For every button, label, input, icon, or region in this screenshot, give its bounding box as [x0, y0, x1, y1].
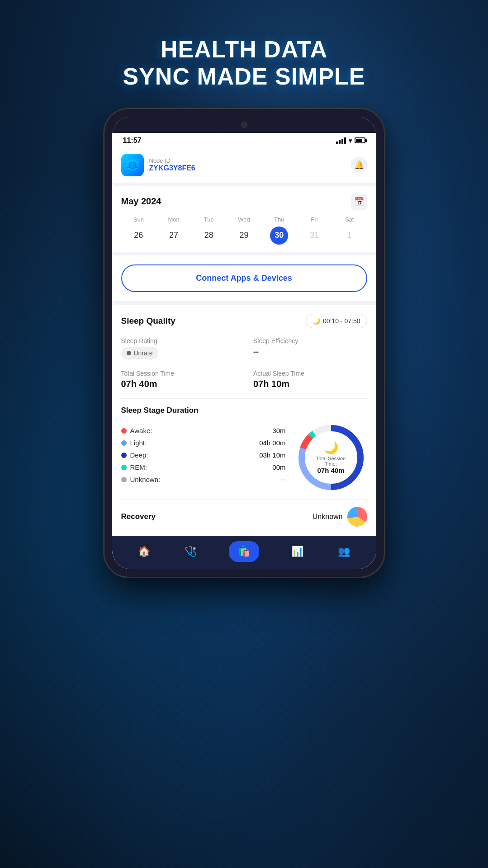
home-icon: 🏠: [138, 546, 150, 557]
hero-section: HEALTH DATA SYNC MADE SIMPLE: [123, 36, 365, 90]
sleep-rating-badge[interactable]: Unrate: [121, 347, 158, 359]
stage-list: Awake: 30m Light: 04h 00m Deep:: [121, 427, 286, 488]
nav-item-stats[interactable]: 📊: [289, 544, 305, 559]
day-header-sun: Sun: [121, 216, 156, 226]
donut-center: 🌙 Total Session Time: 07h 40m: [313, 441, 349, 474]
sleep-card: Sleep Quality 🌙 00:10 - 07:50 Sleep Rati…: [112, 305, 376, 536]
calendar-picker-icon[interactable]: 📅: [351, 193, 367, 210]
calendar-day-27[interactable]: 27: [156, 226, 191, 245]
session-time-label: Total Session Time: [121, 370, 244, 377]
notification-bell-icon[interactable]: 🔔: [351, 157, 367, 173]
session-time-value: 07h 40m: [121, 379, 244, 389]
app-logo: [121, 154, 144, 176]
nav-item-users[interactable]: 👥: [336, 544, 352, 559]
sleep-header: Sleep Quality 🌙 00:10 - 07:50: [121, 314, 367, 328]
unknown-dot: [121, 477, 127, 482]
day-header-thu: Thu: [261, 216, 297, 226]
recovery-text: Unknown: [313, 513, 343, 521]
bottom-nav: 🏠 🩺 🛍️ 📊: [112, 536, 376, 569]
calendar-days: Sun Mon Tue Wed Thu Fri Sat 26 27 28 29 …: [121, 216, 367, 245]
donut-label: Total Session Time:: [313, 456, 349, 467]
recovery-row: Recovery Unknown: [121, 499, 367, 527]
actual-sleep-item: Actual Sleep Time 07h 10m: [244, 368, 367, 391]
app-header: Node ID ZYKG3Y8FE6 🔔: [112, 147, 376, 183]
actual-sleep-value: 07h 10m: [253, 379, 367, 389]
moon-icon: 🌙: [313, 317, 320, 325]
nav-item-shop[interactable]: 🛍️: [229, 541, 259, 562]
notch-cutout: [217, 118, 271, 131]
day-header-fri: Fri: [297, 216, 332, 226]
calendar-day-29[interactable]: 29: [227, 226, 262, 245]
hero-title: HEALTH DATA SYNC MADE SIMPLE: [123, 36, 365, 90]
sleep-efficiency-item: Sleep Efficiency --: [244, 335, 367, 361]
status-time: 11:57: [123, 137, 142, 145]
svg-line-6: [136, 167, 138, 168]
phone-notch: [112, 117, 376, 133]
battery-icon: [355, 137, 365, 143]
node-id: ZYKG3Y8FE6: [149, 164, 195, 172]
sleep-stage-title: Sleep Stage Duration: [121, 406, 367, 415]
recovery-label: Recovery: [121, 512, 156, 521]
stage-unknown: Unknown: --: [121, 476, 286, 483]
sleep-quality-title: Sleep Quality: [121, 316, 175, 326]
calendar-section: May 2024 📅 Sun Mon Tue Wed Thu Fri Sat 2…: [112, 186, 376, 252]
sleep-rating-label: Sleep Rating: [121, 337, 244, 344]
rating-dot: [127, 351, 131, 355]
calendar-day-26[interactable]: 26: [121, 226, 156, 245]
stage-awake: Awake: 30m: [121, 427, 286, 434]
health-icon: 🩺: [185, 546, 197, 557]
nav-item-home[interactable]: 🏠: [136, 544, 152, 559]
calendar-day-30-today[interactable]: 30: [270, 226, 288, 245]
awake-dot: [121, 428, 127, 434]
sleep-stage-section: Sleep Stage Duration Awake: 30m Light:: [121, 398, 367, 494]
stage-rem: REM: 00m: [121, 463, 286, 471]
session-time-item: Total Session Time 07h 40m: [121, 368, 244, 391]
day-header-wed: Wed: [227, 216, 262, 226]
calendar-day-28[interactable]: 28: [191, 226, 227, 245]
stage-deep: Deep: 03h 10m: [121, 451, 286, 459]
app-content: Node ID ZYKG3Y8FE6 🔔 May 2024 📅 Sun Mon …: [112, 147, 376, 569]
day-header-sat: Sat: [332, 216, 367, 226]
connect-apps-devices-button[interactable]: Connect Apps & Devices: [121, 264, 367, 292]
deep-dot: [121, 453, 127, 458]
donut-chart: 🌙 Total Session Time: 07h 40m: [295, 421, 367, 494]
rem-dot: [121, 465, 127, 470]
status-icons: ▾: [336, 137, 365, 144]
day-header-mon: Mon: [156, 216, 191, 226]
header-left: Node ID ZYKG3Y8FE6: [121, 154, 195, 176]
recovery-value: Unknown: [313, 507, 367, 527]
actual-sleep-label: Actual Sleep Time: [253, 370, 367, 377]
calendar-day-31[interactable]: 31: [297, 226, 332, 245]
svg-marker-1: [129, 162, 136, 169]
light-dot: [121, 440, 127, 446]
sleep-rating-item: Sleep Rating Unrate: [121, 335, 244, 361]
wifi-icon: ▾: [349, 137, 352, 144]
stage-content: Awake: 30m Light: 04h 00m Deep:: [121, 421, 367, 494]
phone-screen: 11:57 ▾: [112, 117, 376, 569]
sleep-time-badge: 🌙 00:10 - 07:50: [306, 314, 367, 328]
phone-frame: 11:57 ▾: [104, 108, 384, 577]
calendar-day-1[interactable]: 1: [332, 226, 367, 245]
users-icon: 👥: [338, 546, 350, 557]
nav-item-health[interactable]: 🩺: [183, 544, 199, 559]
donut-value: 07h 40m: [313, 467, 349, 474]
recovery-circle: [347, 507, 367, 527]
calendar-header: May 2024 📅: [121, 193, 367, 210]
calendar-month: May 2024: [121, 196, 161, 207]
svg-line-5: [127, 167, 129, 168]
node-label: Node ID: [149, 157, 195, 164]
connect-section: Connect Apps & Devices: [112, 255, 376, 301]
sleep-efficiency-label: Sleep Efficiency: [253, 337, 367, 344]
stats-icon: 📊: [291, 546, 303, 557]
node-info: Node ID ZYKG3Y8FE6: [149, 157, 195, 172]
stage-light: Light: 04h 00m: [121, 439, 286, 447]
sleep-meta: Sleep Rating Unrate Sleep Efficiency --: [121, 335, 367, 361]
camera: [241, 122, 247, 128]
day-header-tue: Tue: [191, 216, 227, 226]
sleep-efficiency-value: --: [253, 347, 367, 357]
signal-bars-icon: [336, 137, 346, 144]
shop-icon: 🛍️: [238, 546, 250, 557]
moon-star-icon: 🌙: [313, 441, 349, 455]
sleep-time-row: Total Session Time 07h 40m Actual Sleep …: [121, 368, 367, 391]
status-bar: 11:57 ▾: [112, 133, 376, 147]
